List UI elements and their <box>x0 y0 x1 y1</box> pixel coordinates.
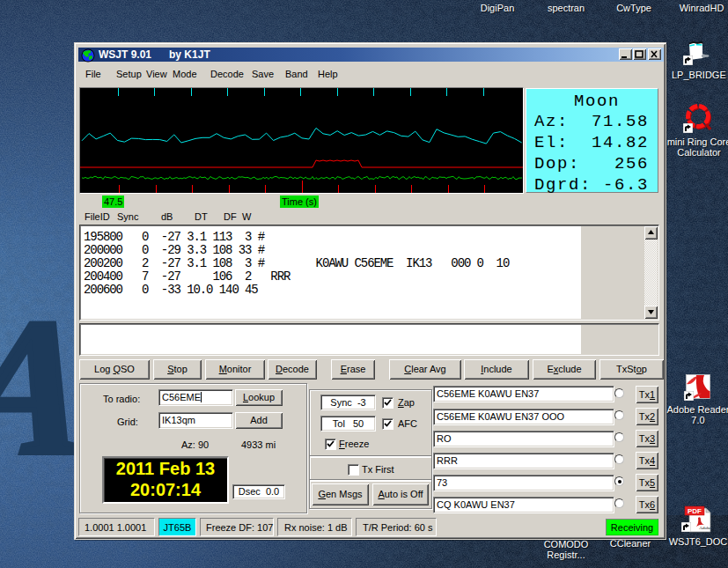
svg-text:PDF: PDF <box>688 507 702 515</box>
svg-text:Adobe: Adobe <box>699 526 711 530</box>
